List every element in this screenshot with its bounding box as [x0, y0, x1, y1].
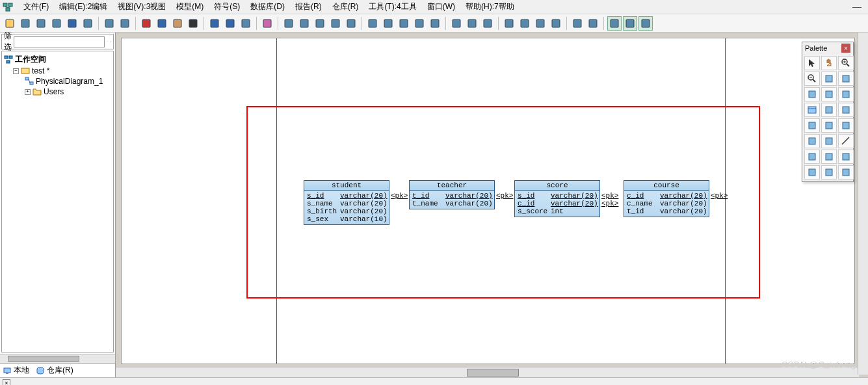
tree-expander-minus[interactable]: −	[13, 68, 19, 74]
toolbar-box2[interactable]	[518, 16, 532, 31]
toolbar-wand[interactable]	[412, 16, 427, 31]
palette-note[interactable]	[804, 118, 820, 133]
tree-expander-plus[interactable]: +	[25, 89, 31, 95]
toolbar-box1[interactable]	[502, 16, 516, 31]
toolbar-pencil[interactable]	[397, 16, 411, 31]
palette-rect[interactable]	[821, 150, 837, 164]
menu-tools[interactable]: 工具(T):4工具	[363, 0, 421, 14]
toolbar-grid2[interactable]	[381, 16, 395, 31]
palette-arrow[interactable]	[838, 150, 854, 164]
toolbar-prop[interactable]	[118, 16, 132, 31]
palette-table[interactable]	[804, 103, 820, 117]
palette-zoom-out[interactable]	[804, 72, 820, 86]
toolbar-folder[interactable]	[34, 16, 48, 31]
menu-repository[interactable]: 仓库(R)	[327, 0, 364, 14]
toolbar-undo[interactable]	[207, 16, 222, 31]
toolbar-tog2[interactable]	[623, 16, 637, 31]
menu-window[interactable]: 窗口(W)	[422, 0, 460, 14]
palette-view[interactable]	[821, 103, 837, 117]
palette-gear[interactable]	[838, 87, 854, 101]
refresh-icon[interactable]	[110, 36, 111, 47]
toolbar-chart2[interactable]	[586, 16, 600, 31]
tree-users[interactable]: + Users	[4, 86, 111, 97]
toolbar-paste[interactable]	[170, 16, 185, 31]
palette-key[interactable]	[821, 134, 837, 148]
toolbar-open-yellow[interactable]	[18, 16, 33, 31]
statusbar-grip[interactable]: ×	[3, 379, 10, 386]
filter-input[interactable]	[14, 36, 105, 47]
toolbar-win3[interactable]	[313, 16, 327, 31]
menu-report[interactable]: 报告(R)	[290, 0, 327, 14]
tree-scrollbar[interactable]	[0, 354, 115, 363]
toolbar-chart1[interactable]	[570, 16, 585, 31]
toolbar-save-all[interactable]	[81, 16, 95, 31]
svg-rect-70	[843, 107, 849, 113]
entity-teacher[interactable]: teachert_idvarchar(20)<pk>t_namevarchar(…	[409, 180, 495, 209]
tab-local[interactable]: 本地	[3, 365, 29, 376]
palette-zoom-area[interactable]	[838, 72, 854, 86]
toolbar-text[interactable]	[428, 16, 442, 31]
menu-symbol[interactable]: 符号(S)	[209, 0, 245, 14]
toolbar-obj2[interactable]	[465, 16, 479, 31]
clear-filter-icon[interactable]	[107, 36, 108, 47]
entity-student[interactable]: students_idvarchar(20)<pk>s_namevarchar(…	[304, 180, 389, 225]
palette-close[interactable]: ×	[841, 44, 850, 53]
toolbar-new[interactable]	[3, 16, 17, 31]
toolbar-obj3[interactable]	[480, 16, 495, 31]
palette-ref[interactable]	[838, 103, 854, 117]
tree-diagram[interactable]: PhysicalDiagram_1	[4, 76, 111, 86]
palette-pointer[interactable]	[804, 56, 820, 70]
toolbar-delete[interactable]	[186, 16, 200, 31]
palette-hand[interactable]	[821, 56, 837, 70]
palette-line[interactable]	[838, 134, 854, 148]
tree-project[interactable]: − test *	[4, 66, 111, 76]
canvas-area[interactable]: students_idvarchar(20)<pk>s_namevarchar(…	[116, 33, 868, 377]
menu-file[interactable]: 文件(F)	[18, 0, 54, 14]
menu-help[interactable]: 帮助(H):7帮助	[460, 0, 519, 14]
svg-rect-14	[158, 20, 166, 27]
palette-package[interactable]	[821, 87, 837, 101]
toolbar-box3[interactable]	[533, 16, 547, 31]
toolbar-copy[interactable]	[155, 16, 169, 31]
palette-poly[interactable]	[821, 165, 837, 179]
toolbar-save[interactable]	[65, 16, 79, 31]
menu-edit[interactable]: 编辑(E):2编辑	[54, 0, 112, 14]
toolbar-db[interactable]	[260, 16, 274, 31]
entity-score[interactable]: scores_idvarchar(20)<pk>c_idvarchar(20)<…	[514, 180, 600, 217]
palette-page[interactable]	[821, 118, 837, 133]
toolbar-win4[interactable]	[328, 16, 343, 31]
palette-oval[interactable]	[804, 165, 820, 179]
toolbar-win1[interactable]	[282, 16, 296, 31]
palette-zoom-fit[interactable]	[821, 72, 837, 86]
svg-rect-2	[6, 8, 10, 11]
toolbar-tog3[interactable]	[638, 16, 653, 31]
tree-workspace[interactable]: 工作空间	[4, 53, 111, 66]
palette-zoom-in[interactable]	[838, 56, 854, 70]
canvas[interactable]: students_idvarchar(20)<pk>s_namevarchar(…	[121, 38, 855, 364]
canvas-hscrollbar[interactable]	[116, 367, 859, 377]
palette-copy[interactable]	[838, 118, 854, 133]
tab-repository[interactable]: 仓库(R)	[36, 365, 73, 376]
toolbar-redo[interactable]	[223, 16, 237, 31]
toolbar-win5[interactable]	[344, 16, 358, 31]
svg-rect-24	[332, 20, 339, 27]
toolbar-obj1[interactable]	[449, 16, 464, 31]
entity-course[interactable]: coursec_idvarchar(20)<pk>c_namevarchar(2…	[624, 180, 709, 217]
toolbar-box4[interactable]	[549, 16, 563, 31]
toolbar-win2[interactable]	[297, 16, 311, 31]
palette-cut[interactable]	[804, 87, 820, 101]
window-minimize[interactable]: —	[850, 1, 864, 12]
palette-free[interactable]	[838, 165, 854, 179]
toolbar-doc[interactable]	[102, 16, 116, 31]
toolbar-cut[interactable]	[139, 16, 153, 31]
menu-database[interactable]: 数据库(D)	[245, 0, 290, 14]
toolbar-dd[interactable]	[239, 16, 253, 31]
toolbar-grid1[interactable]	[365, 16, 380, 31]
menu-model[interactable]: 模型(M)	[171, 0, 209, 14]
toolbar-open2[interactable]	[49, 16, 64, 31]
toolbar-tog1[interactable]	[607, 16, 622, 31]
palette-curve[interactable]	[804, 150, 820, 164]
canvas-vscrollbar[interactable]	[858, 33, 868, 375]
palette-row[interactable]	[804, 134, 820, 148]
menu-view[interactable]: 视图(V):3视图	[112, 0, 171, 14]
